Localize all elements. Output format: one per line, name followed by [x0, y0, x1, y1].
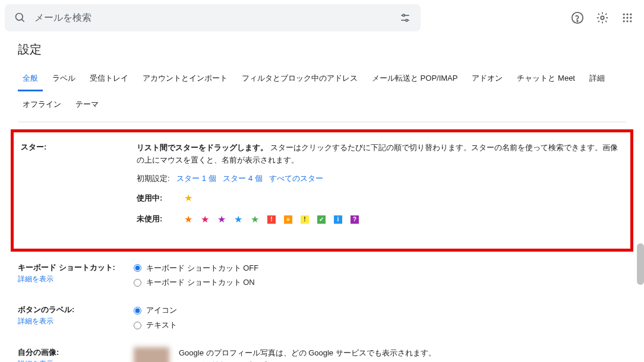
scrollbar-thumb[interactable] [637, 243, 644, 285]
stars-inuse-label: 使用中: [137, 192, 172, 205]
buttonlabel-text-label: テキスト [146, 319, 177, 332]
star-orange-icon[interactable]: ★ [184, 212, 192, 227]
svg-point-0 [16, 14, 23, 21]
tab-accounts[interactable]: アカウントとインポート [138, 68, 232, 91]
keyboard-label: キーボード ショートカット: [18, 263, 115, 272]
star-purple-icon[interactable]: ★ [217, 212, 226, 227]
svg-point-14 [630, 17, 632, 18]
profile-label: 自分の画像: [18, 348, 59, 357]
stars-label: スター: [21, 142, 137, 227]
preset-4-stars[interactable]: スター 4 個 [223, 174, 262, 183]
tab-filters[interactable]: フィルタとブロック中のアドレス [237, 68, 362, 91]
star-blue-icon[interactable]: ★ [234, 212, 242, 227]
tab-general[interactable]: 全般 [18, 68, 43, 91]
keyboard-on-label: キーボード ショートカット ON [146, 277, 255, 289]
settings-icon[interactable] [595, 11, 610, 25]
svg-point-7 [577, 21, 577, 21]
buttonlabel-detail-link[interactable]: 詳細を表示 [18, 316, 134, 326]
stars-section-highlight: スター: リスト間でスターをドラッグします。 スターはクリックするたびに下記の順… [11, 129, 633, 252]
star-red-icon[interactable]: ★ [201, 212, 209, 227]
svg-point-11 [630, 14, 632, 15]
tab-addons[interactable]: アドオン [467, 68, 507, 91]
tab-themes[interactable]: テーマ [71, 94, 103, 116]
stars-unused-label: 未使用: [137, 213, 172, 226]
profile-text1: Google のプロフィール写真は、どの Google サービスでも表示されます… [179, 347, 436, 360]
tab-inbox[interactable]: 受信トレイ [85, 68, 133, 91]
bang-red-icon[interactable]: ! [267, 215, 276, 224]
help-icon[interactable] [570, 11, 585, 25]
svg-point-12 [623, 17, 625, 18]
tab-labels[interactable]: ラベル [48, 68, 80, 91]
star-green-icon[interactable]: ★ [251, 212, 259, 227]
apps-icon[interactable] [620, 11, 634, 25]
star-yellow-icon[interactable]: ★ [184, 190, 192, 206]
buttonlabel-icon-radio[interactable] [134, 307, 141, 315]
settings-tabs: 全般 ラベル 受信トレイ アカウントとインポート フィルタとブロック中のアドレス… [18, 68, 626, 122]
svg-point-13 [626, 17, 628, 18]
search-options-icon[interactable] [398, 11, 412, 25]
stars-preset-label: 初期設定: [137, 174, 170, 183]
search-input[interactable] [34, 12, 398, 23]
keyboard-off-label: キーボード ショートカット OFF [146, 262, 258, 275]
svg-point-16 [626, 20, 628, 22]
search-box[interactable] [5, 4, 421, 31]
preset-1-star[interactable]: スター 1 個 [176, 174, 216, 183]
profile-image[interactable] [134, 347, 169, 362]
profile-detail-link[interactable]: 詳細を表示 [18, 359, 134, 362]
svg-point-4 [403, 14, 405, 16]
tab-offline[interactable]: オフライン [18, 94, 66, 116]
question-purple-icon[interactable]: ? [351, 215, 359, 224]
buttonlabel-icon-label: アイコン [146, 304, 177, 317]
buttonlabel-text-radio[interactable] [134, 322, 141, 329]
search-icon[interactable] [13, 11, 27, 25]
keyboard-off-radio[interactable] [134, 264, 141, 272]
arrow-orange-icon[interactable]: » [284, 215, 292, 224]
check-green-icon[interactable]: ✓ [317, 215, 326, 224]
keyboard-detail-link[interactable]: 詳細を表示 [18, 274, 134, 284]
buttonlabel-label: ボタンのラベル: [18, 305, 74, 314]
keyboard-on-radio[interactable] [134, 279, 141, 287]
svg-line-1 [22, 20, 24, 22]
svg-point-17 [630, 20, 632, 22]
info-blue-icon[interactable]: i [334, 215, 342, 224]
svg-point-9 [623, 14, 625, 15]
stars-desc-bold: リスト間でスターをドラッグします。 [137, 143, 268, 152]
svg-point-15 [623, 20, 625, 22]
svg-point-5 [406, 20, 408, 21]
svg-point-8 [601, 16, 604, 20]
page-title: 設定 [18, 42, 626, 58]
tab-advanced[interactable]: 詳細 [585, 68, 610, 91]
tab-forwarding[interactable]: メール転送と POP/IMAP [367, 68, 462, 91]
tab-chat[interactable]: チャットと Meet [512, 68, 580, 91]
bang-yellow-icon[interactable]: ! [301, 215, 309, 224]
svg-point-10 [626, 14, 628, 15]
preset-all-stars[interactable]: すべてのスター [269, 174, 323, 183]
